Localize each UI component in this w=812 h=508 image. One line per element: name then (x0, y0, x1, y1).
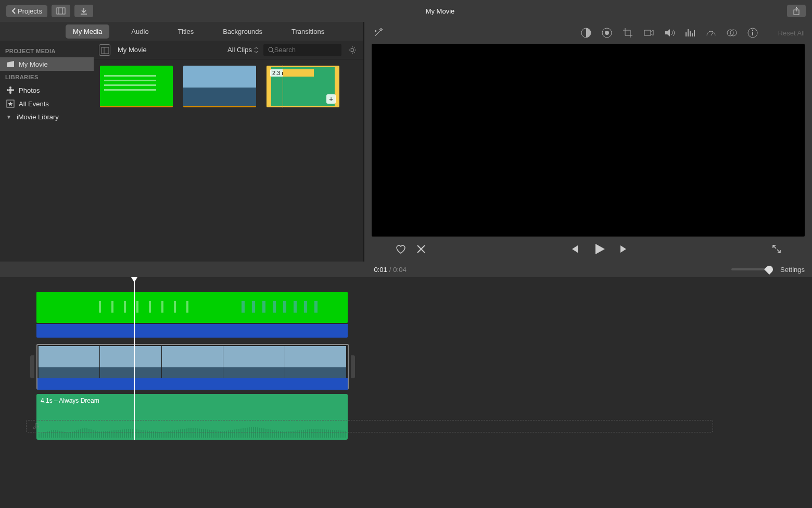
sidebar-item-label: iMovie Library (17, 113, 59, 121)
filmstrip-icon (56, 7, 66, 15)
svg-point-15 (351, 48, 354, 52)
balance-icon (580, 27, 592, 39)
crop-button[interactable] (622, 27, 633, 39)
x-icon (415, 243, 427, 255)
expand-icon (771, 244, 782, 254)
color-correction-button[interactable] (601, 27, 613, 39)
svg-rect-0 (57, 8, 65, 14)
reject-button[interactable] (415, 243, 427, 255)
overlap-circles-icon (726, 27, 738, 39)
info-button[interactable] (747, 27, 758, 39)
svg-point-8 (9, 92, 11, 94)
noise-reduction-button[interactable] (684, 27, 696, 39)
sidebar-item-label: All Events (19, 100, 49, 108)
event-name-label: My Movie (118, 46, 147, 54)
clip-thumbnail[interactable] (183, 66, 256, 107)
updown-icon (254, 47, 258, 53)
sidebar-item-imovie-library[interactable]: ▼ iMovie Library (0, 110, 94, 123)
svg-point-6 (9, 86, 11, 89)
play-button[interactable] (592, 242, 606, 256)
svg-point-9 (7, 89, 9, 91)
playhead[interactable] (134, 277, 135, 440)
photos-icon (6, 86, 15, 94)
color-wheel-icon (601, 27, 613, 39)
svg-point-25 (752, 30, 753, 31)
browser-settings-button[interactable] (347, 44, 358, 56)
video-layout-button[interactable] (52, 5, 70, 17)
audio-clip-label: 4.1s – Always Dream (41, 397, 99, 404)
speaker-icon (664, 27, 675, 39)
skip-back-icon (569, 244, 579, 254)
svg-point-13 (269, 47, 273, 52)
sidebar-item-label: My Movie (19, 60, 48, 68)
search-input[interactable] (274, 46, 337, 54)
speed-button[interactable] (705, 27, 717, 39)
time-separator: / (389, 266, 391, 274)
sidebar-item-photos[interactable]: Photos (0, 83, 94, 97)
timeline-main-clip[interactable] (36, 344, 349, 390)
svg-line-20 (711, 32, 713, 35)
music-note-icon (32, 423, 39, 430)
sidebar-toggle-button[interactable] (99, 44, 110, 56)
import-button[interactable] (74, 5, 93, 17)
sidebar-item-all-events[interactable]: All Events (0, 97, 94, 110)
auto-enhance-button[interactable] (372, 26, 385, 40)
adjustments-toolbar: Reset All (364, 22, 812, 44)
tab-transitions[interactable]: Transitions (284, 24, 332, 39)
previous-button[interactable] (569, 244, 579, 254)
sidebar-item-my-movie[interactable]: My Movie (0, 57, 94, 71)
clip-trim-handle-right[interactable] (351, 355, 355, 378)
tab-titles[interactable]: Titles (171, 24, 201, 39)
background-music-well[interactable] (26, 420, 713, 432)
timeline-audio-clip[interactable]: 4.1s – Always Dream (36, 394, 348, 440)
fullscreen-button[interactable] (771, 244, 782, 254)
play-icon (592, 242, 606, 256)
next-button[interactable] (619, 244, 629, 254)
favorite-button[interactable] (395, 243, 407, 255)
back-to-projects-button[interactable]: Projects (6, 5, 47, 17)
equalizer-icon (684, 27, 696, 39)
svg-rect-4 (7, 63, 14, 67)
clip-audio-track[interactable] (37, 378, 348, 390)
skip-forward-icon (619, 244, 629, 254)
tab-audio[interactable]: Audio (124, 24, 156, 39)
clip-content (234, 301, 318, 313)
timeline-settings-button[interactable]: Settings (780, 266, 805, 274)
color-balance-button[interactable] (580, 27, 592, 39)
magic-wand-icon (372, 26, 385, 40)
search-box[interactable] (263, 44, 341, 56)
clip-thumbnail-selected[interactable]: 2.3 m + (267, 66, 339, 107)
clip-trim-handle-left[interactable] (30, 355, 34, 378)
clip-filter-button[interactable] (726, 27, 738, 39)
libraries-header: LIBRARIES (0, 71, 94, 83)
share-icon (793, 7, 800, 15)
tab-backgrounds[interactable]: Backgrounds (215, 24, 270, 39)
project-media-header: PROJECT MEDIA (0, 45, 94, 57)
download-icon (80, 7, 88, 15)
clips-grid: 2.3 m + (94, 59, 363, 262)
share-button[interactable] (787, 5, 806, 17)
clip-content (88, 301, 193, 313)
reset-all-button[interactable]: Reset All (778, 29, 805, 37)
heart-icon (395, 243, 407, 255)
clip-thumbnail[interactable] (100, 66, 173, 107)
timeline-overlay-clip[interactable] (36, 292, 348, 323)
zoom-thumb[interactable] (764, 264, 775, 275)
timeline-zoom-slider[interactable] (407, 268, 780, 270)
tab-my-media[interactable]: My Media (66, 24, 109, 39)
preview-viewer[interactable] (372, 44, 805, 237)
clip-audio-track[interactable] (36, 324, 348, 338)
volume-button[interactable] (664, 27, 675, 39)
timeline[interactable]: 4.1s – Always Dream (0, 277, 812, 440)
back-label: Projects (18, 7, 42, 15)
clips-filter-dropdown[interactable]: All Clips (227, 46, 258, 54)
sidebar: PROJECT MEDIA My Movie LIBRARIES Photos (0, 41, 94, 262)
info-icon (747, 27, 758, 39)
star-box-icon (6, 100, 15, 108)
media-tabs: My Media Audio Titles Backgrounds Transi… (0, 22, 363, 41)
add-clip-button[interactable]: + (326, 94, 336, 104)
gear-icon (348, 45, 357, 55)
stabilization-button[interactable] (643, 27, 654, 39)
speedometer-icon (705, 27, 717, 39)
total-duration: 0:04 (393, 266, 406, 274)
